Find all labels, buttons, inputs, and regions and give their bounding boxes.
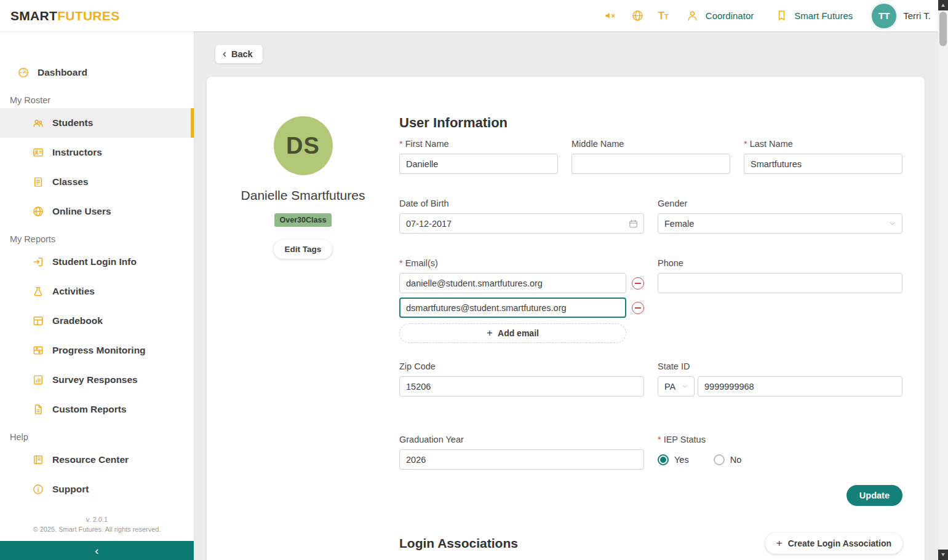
sidebar-item-dashboard[interactable]: Dashboard xyxy=(0,58,194,87)
sidebar-item-label: Online Users xyxy=(52,206,111,217)
flask-icon xyxy=(32,285,44,298)
radio-unchecked-icon xyxy=(714,454,725,465)
document-icon xyxy=(32,403,44,416)
sidebar-section-help: Help xyxy=(0,424,194,445)
gender-value: Female xyxy=(664,219,694,229)
remove-email-icon[interactable] xyxy=(632,277,644,290)
scroll-up-button[interactable] xyxy=(938,0,948,10)
middle-name-input[interactable] xyxy=(572,154,730,174)
text-size-icon[interactable]: TT xyxy=(658,10,669,21)
email-row xyxy=(399,298,644,318)
mute-icon[interactable] xyxy=(603,9,618,23)
sidebar-item-resource-center[interactable]: Resource Center xyxy=(0,445,194,475)
clipboard-icon xyxy=(32,176,44,188)
email-input-2[interactable] xyxy=(399,298,626,318)
chevron-down-icon xyxy=(681,382,689,390)
sidebar-item-instructors[interactable]: Instructors xyxy=(0,138,194,167)
app-logo[interactable]: SMARTFUTURES xyxy=(10,9,119,23)
globe-icon[interactable] xyxy=(631,9,645,23)
org-menu[interactable]: Smart Futures xyxy=(770,9,856,23)
student-detail-card: DS Danielle Smartfutures Over30Class Edi… xyxy=(207,77,925,560)
sidebar-item-label: Progress Monitoring xyxy=(52,345,146,356)
app-version: v. 2.0.1 xyxy=(0,515,194,525)
state-select[interactable]: PA xyxy=(658,376,695,396)
plus-icon: + xyxy=(487,328,493,338)
create-login-association-button[interactable]: + Create Login Association xyxy=(765,533,902,554)
iep-label: *IEP Status xyxy=(658,435,902,444)
zip-input[interactable] xyxy=(399,376,644,396)
zip-group: Zip Code xyxy=(399,361,644,396)
sidebar-item-student-login-info[interactable]: Student Login Info xyxy=(0,247,194,277)
info-circle-icon xyxy=(32,483,44,495)
create-login-association-label: Create Login Association xyxy=(788,538,891,548)
state-id-label: State ID xyxy=(658,361,902,371)
page-scrollbar[interactable] xyxy=(938,0,948,560)
copyright: © 2025. Smart Futures. All rights reserv… xyxy=(0,525,194,535)
form-title: User Information xyxy=(399,115,902,131)
role-menu[interactable]: Coordinator xyxy=(682,9,757,23)
email-input-1[interactable] xyxy=(399,273,626,293)
back-button[interactable]: ‹ Back xyxy=(215,45,263,63)
sidebar-item-support[interactable]: Support xyxy=(0,475,194,504)
main-content: ‹ Back DS Danielle Smartfutures Over30Cl… xyxy=(194,31,938,560)
back-label: Back xyxy=(231,49,253,59)
logo-text-smart: SMART xyxy=(10,9,57,23)
globe-icon xyxy=(32,205,44,218)
sidebar-item-label: Instructors xyxy=(52,147,102,158)
last-name-input[interactable] xyxy=(744,154,902,174)
phone-input[interactable] xyxy=(658,273,902,293)
sidebar-item-label: Students xyxy=(52,117,93,128)
sidebar-item-survey-responses[interactable]: Survey Responses xyxy=(0,365,194,395)
sidebar-collapse-button[interactable]: ‹ xyxy=(0,541,194,560)
required-marker: * xyxy=(658,435,661,444)
iep-no-radio[interactable]: No xyxy=(714,454,742,465)
sidebar-section-reports: My Reports xyxy=(0,226,194,247)
iep-yes-radio[interactable]: Yes xyxy=(658,454,689,465)
add-email-button[interactable]: + Add email xyxy=(399,323,626,343)
first-name-group: *First Name xyxy=(399,139,558,174)
sidebar-item-students[interactable]: Students xyxy=(0,108,194,138)
emails-label: *Email(s) xyxy=(399,258,644,268)
sidebar-item-label: Dashboard xyxy=(38,67,87,78)
sidebar-item-online-users[interactable]: Online Users xyxy=(0,197,194,226)
last-name-label: *Last Name xyxy=(744,139,902,149)
first-name-input[interactable] xyxy=(399,154,558,174)
state-value: PA xyxy=(664,382,675,392)
sidebar-item-classes[interactable]: Classes xyxy=(0,167,194,197)
sidebar-item-custom-reports[interactable]: Custom Reports xyxy=(0,395,194,424)
dob-input[interactable] xyxy=(399,213,644,234)
sidebar-item-label: Student Login Info xyxy=(52,256,137,267)
sidebar-item-activities[interactable]: Activities xyxy=(0,277,194,306)
middle-name-group: Middle Name xyxy=(572,139,730,174)
gauge-icon xyxy=(17,66,30,79)
radio-checked-icon xyxy=(658,454,669,465)
iep-group: *IEP Status Yes No xyxy=(658,435,902,470)
user-menu[interactable]: TT Terri T. xyxy=(869,4,931,28)
state-id-group: State ID PA xyxy=(658,361,902,396)
sidebar-item-label: Support xyxy=(52,484,89,495)
sidebar-item-progress-monitoring[interactable]: Progress Monitoring xyxy=(0,336,194,365)
scroll-down-button[interactable] xyxy=(938,550,948,560)
chevron-left-icon: ‹ xyxy=(223,48,226,59)
required-marker: * xyxy=(744,139,747,149)
book-icon xyxy=(32,454,44,466)
update-button[interactable]: Update xyxy=(846,485,902,506)
grad-year-group: Graduation Year xyxy=(399,435,644,470)
login-associations-title: Login Associations xyxy=(399,536,518,551)
grad-year-input[interactable] xyxy=(399,449,644,470)
gender-select[interactable]: Female xyxy=(658,213,902,234)
first-name-label: *First Name xyxy=(399,139,558,149)
iep-no-label: No xyxy=(730,455,742,465)
gender-group: Gender Female xyxy=(658,199,902,234)
profile-panel: DS Danielle Smartfutures Over30Class Edi… xyxy=(207,77,399,560)
sidebar-footer: v. 2.0.1 © 2025. Smart Futures. All righ… xyxy=(0,515,194,541)
dob-group: Date of Birth xyxy=(399,199,644,234)
sidebar-item-label: Custom Reports xyxy=(52,404,127,415)
sidebar-item-gradebook[interactable]: Gradebook xyxy=(0,306,194,336)
remove-email-icon[interactable] xyxy=(632,302,644,314)
state-id-input[interactable] xyxy=(698,376,902,396)
phone-label: Phone xyxy=(658,258,902,268)
id-card-icon xyxy=(32,146,44,159)
scrollbar-thumb[interactable] xyxy=(939,12,947,46)
edit-tags-button[interactable]: Edit Tags xyxy=(274,240,333,259)
